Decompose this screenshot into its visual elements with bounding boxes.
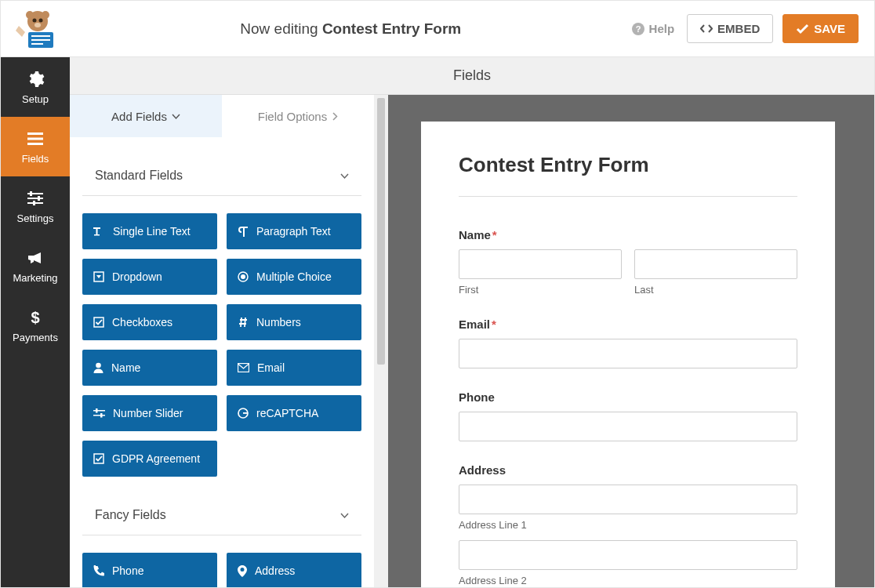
field-gdpr[interactable]: GDPR Agreement — [82, 441, 217, 477]
sidebar-item-marketing[interactable]: Marketing — [1, 236, 70, 296]
chevron-down-icon — [340, 172, 349, 180]
sublabel-last: Last — [634, 284, 797, 296]
sublabel-first: First — [459, 284, 622, 296]
sidebar-item-settings[interactable]: Settings — [1, 176, 70, 236]
google-icon — [238, 408, 249, 419]
svg-rect-13 — [27, 137, 43, 140]
svg-rect-3 — [31, 43, 43, 45]
sidebar-label: Fields — [22, 153, 49, 165]
save-button[interactable]: SAVE — [782, 14, 859, 43]
check-square-icon — [93, 453, 104, 464]
help-link[interactable]: ? Help — [632, 22, 675, 35]
svg-point-28 — [241, 274, 245, 279]
svg-rect-2 — [31, 39, 50, 41]
field-number-slider[interactable]: Number Slider — [82, 395, 217, 431]
help-icon: ? — [632, 23, 644, 35]
sliders-icon — [93, 408, 105, 418]
field-name[interactable]: Name — [82, 350, 217, 386]
input-first-name[interactable] — [459, 249, 622, 279]
bullhorn-icon — [26, 249, 45, 267]
svg-rect-22 — [93, 227, 96, 229]
field-numbers[interactable]: Numbers — [227, 304, 361, 340]
panel-title: Fields — [70, 57, 874, 95]
label-name: Name* — [459, 228, 797, 241]
form-field-email[interactable]: Email* — [459, 318, 797, 368]
sidebar-label: Setup — [22, 93, 49, 105]
sidebar-label: Marketing — [13, 272, 57, 284]
sidebar-item-fields[interactable]: Fields — [1, 117, 70, 176]
envelope-icon — [238, 363, 249, 372]
sidebar-item-setup[interactable]: Setup — [1, 57, 70, 117]
form-preview-title: Contest Entry Form — [459, 153, 797, 197]
user-icon — [93, 362, 103, 373]
hashtag-icon — [238, 317, 249, 328]
svg-text:$: $ — [31, 309, 39, 326]
svg-rect-29 — [94, 318, 103, 327]
svg-rect-12 — [27, 132, 43, 135]
tab-field-options[interactable]: Field Options — [222, 95, 374, 137]
input-last-name[interactable] — [634, 249, 797, 279]
phone-icon — [93, 565, 104, 576]
text-cursor-icon — [93, 226, 105, 237]
section-standard-fields[interactable]: Standard Fields — [82, 156, 361, 196]
dollar-icon: $ — [26, 308, 45, 327]
sliders-icon — [26, 189, 45, 208]
field-checkboxes[interactable]: Checkboxes — [82, 304, 217, 340]
sidebar-label: Payments — [13, 332, 58, 343]
input-address-1[interactable] — [459, 485, 797, 514]
caret-square-icon — [93, 271, 104, 282]
sidebar-item-payments[interactable]: $ Payments — [1, 296, 70, 355]
svg-rect-14 — [27, 143, 43, 145]
svg-point-30 — [96, 363, 101, 368]
svg-rect-23 — [97, 227, 100, 229]
form-field-phone[interactable]: Phone — [459, 390, 797, 441]
form-field-name[interactable]: Name* First Last — [459, 228, 797, 296]
section-fancy-fields[interactable]: Fancy Fields — [82, 495, 361, 535]
sublabel-address-1: Address Line 1 — [459, 519, 797, 531]
field-paragraph-text[interactable]: Paragraph Text — [227, 213, 361, 249]
chevron-down-icon — [172, 112, 180, 121]
form-field-address[interactable]: Address Address Line 1 Address Line 2 — [459, 463, 797, 586]
chevron-right-icon — [332, 112, 338, 121]
input-phone[interactable] — [459, 412, 797, 441]
svg-rect-38 — [94, 454, 103, 463]
svg-rect-34 — [96, 408, 98, 413]
scroll-thumb[interactable] — [377, 98, 385, 365]
svg-point-7 — [33, 18, 37, 22]
embed-icon — [700, 24, 713, 34]
field-single-line-text[interactable]: Single Line Text — [82, 213, 217, 249]
svg-rect-16 — [27, 198, 43, 199]
sublabel-address-2: Address Line 2 — [459, 575, 797, 586]
field-email[interactable]: Email — [227, 350, 361, 386]
field-dropdown[interactable]: Dropdown — [82, 259, 217, 295]
sidebar-label: Settings — [17, 212, 54, 224]
editing-title: Now editing Contest Entry Form — [70, 20, 632, 38]
svg-point-9 — [34, 23, 41, 27]
field-address[interactable]: Address — [227, 553, 361, 588]
logo[interactable] — [1, 1, 70, 56]
paragraph-icon — [238, 226, 249, 237]
map-marker-icon — [238, 565, 247, 577]
svg-rect-19 — [38, 196, 40, 201]
tab-add-fields[interactable]: Add Fields — [70, 95, 222, 137]
svg-point-8 — [39, 18, 43, 22]
label-phone: Phone — [459, 390, 797, 404]
checkmark-icon — [796, 24, 809, 34]
input-address-2[interactable] — [459, 540, 797, 570]
svg-rect-18 — [30, 191, 32, 196]
input-email[interactable] — [459, 339, 797, 368]
field-recaptcha[interactable]: reCAPTCHA — [227, 395, 361, 431]
embed-button[interactable]: EMBED — [687, 14, 773, 43]
field-phone[interactable]: Phone — [82, 553, 217, 588]
svg-point-5 — [26, 11, 34, 19]
chevron-down-icon — [340, 511, 349, 520]
svg-rect-24 — [96, 227, 98, 235]
list-icon — [26, 129, 45, 148]
field-multiple-choice[interactable]: Multiple Choice — [227, 259, 361, 295]
svg-rect-33 — [93, 415, 105, 416]
form-preview: Contest Entry Form Name* First Last — [388, 95, 874, 588]
svg-rect-25 — [94, 234, 100, 236]
gear-icon — [26, 70, 45, 89]
svg-point-6 — [42, 11, 49, 19]
left-panel-scrollbar[interactable] — [374, 95, 388, 588]
